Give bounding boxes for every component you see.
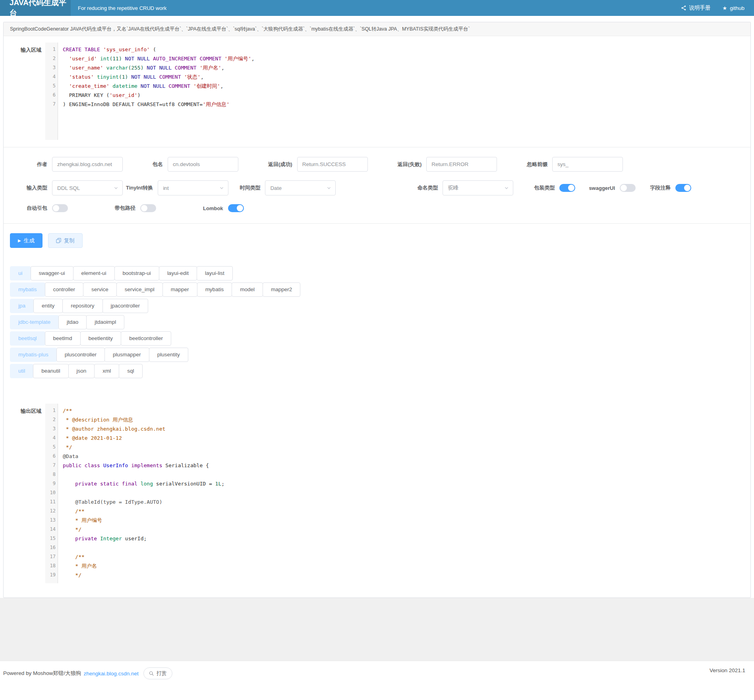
manual-link[interactable]: 说明手册 bbox=[681, 4, 711, 12]
line-number: 12 bbox=[45, 507, 56, 516]
tab-beetlmd[interactable]: beetlmd bbox=[45, 331, 81, 346]
code-line: CREATE TABLE 'sys_user_info' ( bbox=[63, 45, 744, 54]
tab-pluscontroller[interactable]: pluscontroller bbox=[56, 348, 105, 362]
app-logo[interactable]: JAVA代码生成平台 bbox=[0, 0, 71, 16]
tab-category-jpa[interactable]: jpa bbox=[10, 299, 34, 313]
tab-beetlcontroller[interactable]: beetlcontroller bbox=[121, 331, 171, 346]
tab-plusentity[interactable]: plusentity bbox=[149, 348, 188, 362]
text-input[interactable] bbox=[168, 157, 238, 172]
code-line: @Data bbox=[63, 452, 744, 461]
input-editor[interactable]: 1234567 CREATE TABLE 'sys_user_info' ( '… bbox=[45, 43, 744, 140]
dropdown-select[interactable]: int bbox=[158, 180, 228, 195]
tab-layui-edit[interactable]: layui-edit bbox=[159, 266, 197, 280]
text-input[interactable] bbox=[52, 157, 123, 172]
app-tagline: For reducing the repetitive CRUD work bbox=[78, 5, 166, 11]
tab-jtdaoimpl[interactable]: jtdaoimpl bbox=[86, 315, 124, 329]
tab-beanutil[interactable]: beanutil bbox=[33, 364, 68, 378]
tab-category-mybatis[interactable]: mybatis bbox=[10, 282, 45, 297]
code-line: 'status' tinyint(1) NOT NULL COMMENT '状态… bbox=[63, 72, 744, 81]
toggle-switch[interactable] bbox=[140, 204, 156, 212]
line-number: 5 bbox=[45, 81, 56, 91]
code-line: */ bbox=[63, 525, 744, 534]
line-number: 3 bbox=[45, 63, 56, 72]
tab-controller[interactable]: controller bbox=[45, 282, 84, 297]
tab-category-mybatis-plus[interactable]: mybatis-plus bbox=[10, 348, 57, 362]
text-input[interactable] bbox=[426, 157, 497, 172]
toggle-switch[interactable] bbox=[559, 184, 575, 192]
tab-bootstrap-ui[interactable]: bootstrap-ui bbox=[114, 266, 159, 280]
tab-model[interactable]: model bbox=[232, 282, 263, 297]
toggle-switch[interactable] bbox=[52, 204, 68, 212]
toggle-switch[interactable] bbox=[228, 204, 244, 212]
form-field-group: 命名类型驼峰 bbox=[417, 180, 513, 195]
donate-button[interactable]: 打赏 bbox=[143, 667, 172, 679]
toggle-switch[interactable] bbox=[675, 184, 691, 192]
tab-layui-list[interactable]: layui-list bbox=[197, 266, 233, 280]
tab-mapper[interactable]: mapper bbox=[162, 282, 197, 297]
code-line: PRIMARY KEY ('user_id') bbox=[63, 91, 744, 100]
output-area-label: 输出区域 bbox=[4, 404, 41, 583]
tab-jtdao[interactable]: jtdao bbox=[58, 315, 87, 329]
tab-json[interactable]: json bbox=[68, 364, 95, 378]
tab-element-ui[interactable]: element-ui bbox=[73, 266, 115, 280]
input-section: 输入区域 1234567 CREATE TABLE 'sys_user_info… bbox=[4, 43, 750, 140]
tab-entity[interactable]: entity bbox=[33, 299, 63, 313]
switch-knob bbox=[568, 185, 574, 191]
text-input[interactable] bbox=[297, 157, 368, 172]
version-text: Version 2021.1 bbox=[710, 667, 746, 673]
field-label: 输入类型 bbox=[10, 184, 47, 191]
tab-mybatis[interactable]: mybatis bbox=[197, 282, 232, 297]
line-number-gutter: 12345678910111213141516171819 bbox=[45, 404, 58, 583]
tab-category-util[interactable]: util bbox=[10, 364, 33, 378]
output-editor[interactable]: 12345678910111213141516171819 /** * @des… bbox=[45, 404, 744, 583]
form-field-group: 包装类型 bbox=[534, 184, 575, 192]
copy-button[interactable]: 复制 bbox=[48, 233, 83, 248]
divider bbox=[4, 147, 750, 147]
tab-swagger-ui[interactable]: swagger-ui bbox=[31, 266, 73, 280]
tab-sql[interactable]: sql bbox=[119, 364, 142, 378]
dropdown-select[interactable]: Date bbox=[265, 180, 336, 195]
dropdown-select[interactable]: DDL SQL bbox=[52, 180, 123, 195]
line-number: 10 bbox=[45, 488, 56, 497]
form-field-group: TinyInt转换int bbox=[126, 180, 228, 195]
generate-button[interactable]: ▶ 生成 bbox=[10, 233, 43, 248]
input-area-label: 输入区域 bbox=[4, 43, 41, 140]
main-card: SpringBootCodeGenerator JAVA代码生成平台，又名`JA… bbox=[3, 22, 751, 598]
tab-category-beetlsql[interactable]: beetlsql bbox=[10, 331, 45, 346]
line-number: 7 bbox=[45, 100, 56, 109]
tab-row: utilbeanutiljsonxmlsql bbox=[10, 364, 744, 378]
form-field-group: 包名 bbox=[153, 157, 238, 172]
code-line: */ bbox=[63, 570, 744, 580]
chevron-down-icon bbox=[114, 186, 118, 190]
tab-category-jdbc-template[interactable]: jdbc-template bbox=[10, 315, 59, 329]
dropdown-select[interactable]: 驼峰 bbox=[443, 180, 513, 195]
line-number: 17 bbox=[45, 552, 56, 561]
code-line: public class UserInfo implements Seriali… bbox=[63, 461, 744, 470]
manual-label: 说明手册 bbox=[689, 4, 711, 12]
navbar: JAVA代码生成平台 For reducing the repetitive C… bbox=[0, 0, 754, 16]
form-field-group: Lombok bbox=[203, 204, 244, 212]
line-number: 4 bbox=[45, 72, 56, 81]
tab-service[interactable]: service bbox=[83, 282, 117, 297]
switch-knob bbox=[684, 185, 690, 191]
tab-jpacontroller[interactable]: jpacontroller bbox=[102, 299, 149, 313]
field-label: 忽略前缀 bbox=[527, 161, 547, 168]
field-label: 作者 bbox=[10, 161, 47, 168]
tab-row: mybatiscontrollerserviceservice_implmapp… bbox=[10, 282, 744, 297]
line-number: 15 bbox=[45, 534, 56, 543]
line-number: 19 bbox=[45, 570, 56, 580]
tab-beetlentity[interactable]: beetlentity bbox=[80, 331, 122, 346]
tab-groups: uiswagger-uielement-uibootstrap-uilayui-… bbox=[10, 266, 744, 378]
share-icon bbox=[681, 5, 686, 11]
text-input[interactable] bbox=[552, 157, 623, 172]
tab-mapper2[interactable]: mapper2 bbox=[263, 282, 300, 297]
tab-category-ui[interactable]: ui bbox=[10, 266, 31, 280]
github-link[interactable]: ★ github bbox=[723, 5, 744, 11]
tab-service_impl[interactable]: service_impl bbox=[116, 282, 163, 297]
tab-xml[interactable]: xml bbox=[94, 364, 119, 378]
toggle-switch[interactable] bbox=[620, 184, 636, 192]
tab-repository[interactable]: repository bbox=[62, 299, 102, 313]
tab-row: jdbc-templatejtdaojtdaoimpl bbox=[10, 315, 744, 329]
author-link[interactable]: zhengkai.blog.csdn.net bbox=[84, 671, 139, 677]
tab-plusmapper[interactable]: plusmapper bbox=[104, 348, 149, 362]
